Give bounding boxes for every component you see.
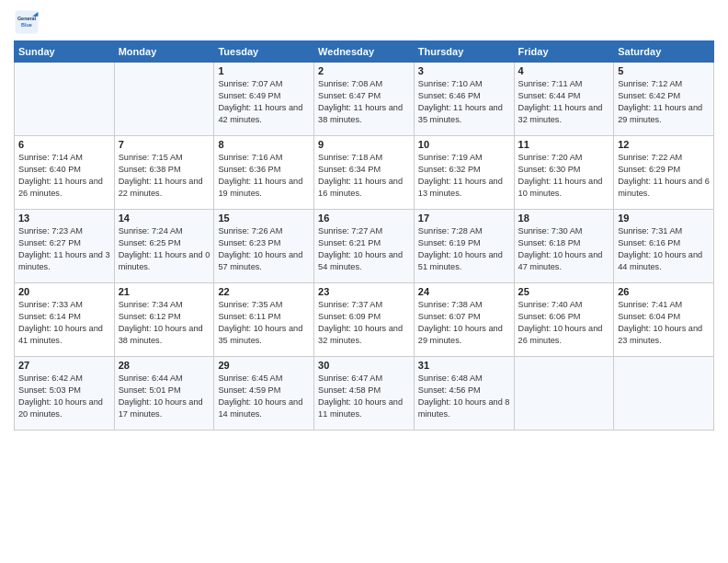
- calendar-cell: 3Sunrise: 7:10 AMSunset: 6:46 PMDaylight…: [414, 63, 514, 136]
- day-info: Sunrise: 7:16 AMSunset: 6:36 PMDaylight:…: [218, 152, 310, 200]
- day-info: Sunrise: 7:14 AMSunset: 6:40 PMDaylight:…: [18, 152, 110, 200]
- day-info: Sunrise: 7:31 AMSunset: 6:16 PMDaylight:…: [618, 225, 710, 273]
- day-number: 25: [518, 286, 610, 297]
- week-row-4: 20Sunrise: 7:33 AMSunset: 6:14 PMDayligh…: [15, 283, 714, 357]
- calendar-cell: 6Sunrise: 7:14 AMSunset: 6:40 PMDaylight…: [15, 136, 115, 210]
- day-number: 1: [218, 65, 310, 76]
- day-number: 29: [218, 360, 310, 371]
- calendar-cell: 28Sunrise: 6:44 AMSunset: 5:01 PMDayligh…: [114, 357, 214, 431]
- day-info: Sunrise: 7:28 AMSunset: 6:19 PMDaylight:…: [418, 225, 510, 273]
- day-info: Sunrise: 7:23 AMSunset: 6:27 PMDaylight:…: [18, 225, 110, 273]
- calendar-cell: 7Sunrise: 7:15 AMSunset: 6:38 PMDaylight…: [114, 136, 214, 210]
- day-number: 18: [518, 213, 610, 224]
- day-number: 2: [318, 65, 410, 76]
- day-number: 28: [119, 360, 210, 371]
- day-number: 24: [418, 286, 510, 297]
- day-number: 27: [18, 360, 110, 371]
- day-info: Sunrise: 6:47 AMSunset: 4:58 PMDaylight:…: [318, 373, 410, 420]
- calendar-cell: 24Sunrise: 7:38 AMSunset: 6:07 PMDayligh…: [414, 283, 514, 357]
- calendar-cell: 16Sunrise: 7:27 AMSunset: 6:21 PMDayligh…: [314, 210, 415, 283]
- col-header-thursday: Thursday: [414, 41, 514, 63]
- day-number: 15: [218, 213, 310, 224]
- day-info: Sunrise: 7:12 AMSunset: 6:42 PMDaylight:…: [618, 78, 710, 126]
- calendar-cell: 19Sunrise: 7:31 AMSunset: 6:16 PMDayligh…: [614, 210, 714, 283]
- day-number: 22: [218, 286, 310, 297]
- calendar-cell: 29Sunrise: 6:45 AMSunset: 4:59 PMDayligh…: [214, 357, 314, 431]
- day-number: 13: [18, 213, 110, 224]
- logo-icon: General Blue: [14, 9, 40, 35]
- day-number: 7: [119, 139, 210, 150]
- calendar-cell: 17Sunrise: 7:28 AMSunset: 6:19 PMDayligh…: [414, 210, 514, 283]
- calendar-cell: 20Sunrise: 7:33 AMSunset: 6:14 PMDayligh…: [15, 283, 115, 357]
- calendar-cell: 13Sunrise: 7:23 AMSunset: 6:27 PMDayligh…: [15, 210, 115, 283]
- day-info: Sunrise: 7:38 AMSunset: 6:07 PMDaylight:…: [418, 299, 510, 347]
- day-info: Sunrise: 7:19 AMSunset: 6:32 PMDaylight:…: [418, 152, 510, 200]
- calendar-cell: 1Sunrise: 7:07 AMSunset: 6:49 PMDaylight…: [214, 63, 314, 136]
- calendar-cell: 10Sunrise: 7:19 AMSunset: 6:32 PMDayligh…: [414, 136, 514, 210]
- calendar-cell: 12Sunrise: 7:22 AMSunset: 6:29 PMDayligh…: [614, 136, 714, 210]
- day-info: Sunrise: 7:27 AMSunset: 6:21 PMDaylight:…: [318, 225, 410, 273]
- day-info: Sunrise: 6:45 AMSunset: 4:59 PMDaylight:…: [218, 373, 310, 420]
- day-number: 20: [18, 286, 110, 297]
- day-number: 8: [218, 139, 310, 150]
- day-info: Sunrise: 6:48 AMSunset: 4:56 PMDaylight:…: [418, 373, 510, 420]
- svg-text:Blue: Blue: [21, 22, 32, 28]
- day-number: 12: [618, 139, 710, 150]
- col-header-monday: Monday: [114, 41, 214, 63]
- calendar-cell: 23Sunrise: 7:37 AMSunset: 6:09 PMDayligh…: [314, 283, 415, 357]
- day-info: Sunrise: 7:40 AMSunset: 6:06 PMDaylight:…: [518, 299, 610, 347]
- header-row: SundayMondayTuesdayWednesdayThursdayFrid…: [15, 41, 714, 63]
- calendar-cell: 22Sunrise: 7:35 AMSunset: 6:11 PMDayligh…: [214, 283, 314, 357]
- col-header-saturday: Saturday: [614, 41, 714, 63]
- day-info: Sunrise: 7:37 AMSunset: 6:09 PMDaylight:…: [318, 299, 410, 347]
- day-info: Sunrise: 7:34 AMSunset: 6:12 PMDaylight:…: [119, 299, 210, 347]
- day-number: 17: [418, 213, 510, 224]
- day-info: Sunrise: 7:10 AMSunset: 6:46 PMDaylight:…: [418, 78, 510, 126]
- day-info: Sunrise: 7:20 AMSunset: 6:30 PMDaylight:…: [518, 152, 610, 200]
- calendar-cell: 30Sunrise: 6:47 AMSunset: 4:58 PMDayligh…: [314, 357, 415, 431]
- day-info: Sunrise: 7:15 AMSunset: 6:38 PMDaylight:…: [119, 152, 210, 200]
- calendar-cell: 31Sunrise: 6:48 AMSunset: 4:56 PMDayligh…: [414, 357, 514, 431]
- day-number: 6: [18, 139, 110, 150]
- col-header-wednesday: Wednesday: [314, 41, 415, 63]
- day-number: 5: [618, 65, 710, 76]
- calendar-cell: 15Sunrise: 7:26 AMSunset: 6:23 PMDayligh…: [214, 210, 314, 283]
- day-info: Sunrise: 7:41 AMSunset: 6:04 PMDaylight:…: [618, 299, 710, 347]
- day-number: 4: [518, 65, 610, 76]
- day-info: Sunrise: 7:18 AMSunset: 6:34 PMDaylight:…: [318, 152, 410, 200]
- calendar-cell: 21Sunrise: 7:34 AMSunset: 6:12 PMDayligh…: [114, 283, 214, 357]
- day-info: Sunrise: 6:42 AMSunset: 5:03 PMDaylight:…: [18, 373, 110, 420]
- page-container: General Blue SundayMondayTuesdayWednesda…: [0, 0, 728, 440]
- calendar-cell: 26Sunrise: 7:41 AMSunset: 6:04 PMDayligh…: [614, 283, 714, 357]
- day-number: 10: [418, 139, 510, 150]
- week-row-2: 6Sunrise: 7:14 AMSunset: 6:40 PMDaylight…: [15, 136, 714, 210]
- day-info: Sunrise: 7:33 AMSunset: 6:14 PMDaylight:…: [18, 299, 110, 347]
- day-number: 23: [318, 286, 410, 297]
- week-row-3: 13Sunrise: 7:23 AMSunset: 6:27 PMDayligh…: [15, 210, 714, 283]
- col-header-tuesday: Tuesday: [214, 41, 314, 63]
- calendar-cell: 2Sunrise: 7:08 AMSunset: 6:47 PMDaylight…: [314, 63, 415, 136]
- day-number: 30: [318, 360, 410, 371]
- day-number: 11: [518, 139, 610, 150]
- calendar-cell: 9Sunrise: 7:18 AMSunset: 6:34 PMDaylight…: [314, 136, 415, 210]
- day-info: Sunrise: 7:30 AMSunset: 6:18 PMDaylight:…: [518, 225, 610, 273]
- calendar-cell: 8Sunrise: 7:16 AMSunset: 6:36 PMDaylight…: [214, 136, 314, 210]
- day-info: Sunrise: 7:35 AMSunset: 6:11 PMDaylight:…: [218, 299, 310, 347]
- calendar-cell: 14Sunrise: 7:24 AMSunset: 6:25 PMDayligh…: [114, 210, 214, 283]
- day-number: 16: [318, 213, 410, 224]
- calendar-cell: 5Sunrise: 7:12 AMSunset: 6:42 PMDaylight…: [614, 63, 714, 136]
- day-number: 14: [119, 213, 210, 224]
- day-number: 31: [418, 360, 510, 371]
- svg-text:General: General: [17, 16, 37, 21]
- day-number: 26: [618, 286, 710, 297]
- calendar-cell: [514, 357, 614, 431]
- calendar-cell: [15, 63, 115, 136]
- calendar-table: SundayMondayTuesdayWednesdayThursdayFrid…: [14, 40, 714, 431]
- page-header: General Blue: [14, 9, 714, 35]
- day-number: 9: [318, 139, 410, 150]
- day-info: Sunrise: 7:26 AMSunset: 6:23 PMDaylight:…: [218, 225, 310, 273]
- day-number: 19: [618, 213, 710, 224]
- calendar-cell: 18Sunrise: 7:30 AMSunset: 6:18 PMDayligh…: [514, 210, 614, 283]
- day-info: Sunrise: 6:44 AMSunset: 5:01 PMDaylight:…: [119, 373, 210, 420]
- day-info: Sunrise: 7:11 AMSunset: 6:44 PMDaylight:…: [518, 78, 610, 126]
